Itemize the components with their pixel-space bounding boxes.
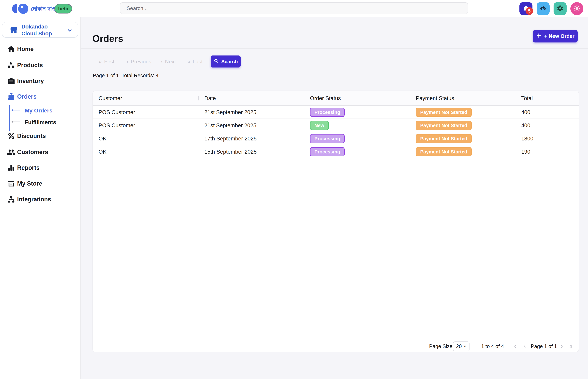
robot-icon <box>539 5 547 13</box>
sidebar-item-label: Customers <box>17 149 48 156</box>
cell-order-status: New <box>310 119 329 132</box>
chevron-left-icon: ‹ <box>127 58 128 65</box>
caret-down-icon: ▼ <box>463 345 467 348</box>
plus-icon <box>536 33 541 40</box>
cell-total: 400 <box>521 119 530 132</box>
previous-page-label: Previous <box>131 59 151 65</box>
sidebar-item-label: Integrations <box>17 196 51 203</box>
previous-page-link[interactable]: ‹ Previous <box>127 56 151 67</box>
new-order-label: + New Order <box>544 33 574 39</box>
last-page-label: Last <box>193 59 202 65</box>
first-page-icon[interactable] <box>513 340 518 352</box>
cell-total: 1300 <box>521 132 533 145</box>
next-page-icon[interactable] <box>559 340 564 352</box>
warehouse-icon <box>7 76 16 86</box>
sidebar-subitem-my-orders[interactable]: My Orders <box>0 105 80 116</box>
sidebar-item-reports[interactable]: Reports <box>0 160 80 176</box>
gear-icon <box>556 5 564 13</box>
sidebar-item-home[interactable]: Home <box>0 41 80 57</box>
sidebar-item-integrations[interactable]: Integrations <box>0 191 80 207</box>
page-title: Orders <box>92 33 123 44</box>
sidebar: Dokandao Cloud Shop Home Products <box>0 17 81 379</box>
ai-assistant-button[interactable] <box>537 2 550 15</box>
cell-date: 21st September 2025 <box>204 119 256 132</box>
sidebar-item-label: Inventory <box>17 78 44 84</box>
order-status-badge: New <box>310 121 329 130</box>
double-chevron-right-icon: » <box>187 58 190 65</box>
app-logo[interactable]: দোকান দাও <box>12 0 55 17</box>
sidebar-item-discounts[interactable]: Discounts <box>0 128 80 144</box>
table-row[interactable]: POS Customer 21st September 2025 New Pay… <box>93 119 579 132</box>
new-order-button[interactable]: + New Order <box>533 30 578 43</box>
home-icon <box>7 45 16 54</box>
search-button-label: Search <box>221 59 238 64</box>
store-selector[interactable]: Dokandao Cloud Shop <box>2 22 78 38</box>
cell-date: 17th September 2025 <box>204 132 257 145</box>
table-row[interactable]: OK 17th September 2025 Processing Paymen… <box>93 132 579 145</box>
search-button[interactable]: Search <box>211 55 241 67</box>
double-chevron-left-icon: « <box>99 58 102 65</box>
sidebar-subitem-label: Fulfillments <box>25 119 56 126</box>
payment-status-badge: Payment Not Started <box>416 147 472 157</box>
cell-payment-status: Payment Not Started <box>416 106 472 119</box>
chevron-right-icon: › <box>161 58 163 65</box>
last-page-icon[interactable] <box>568 340 573 352</box>
table-row[interactable]: OK 15th September 2025 Processing Paymen… <box>93 145 579 158</box>
column-header-date: Date <box>204 91 216 106</box>
previous-page-icon[interactable] <box>522 340 527 352</box>
chevron-down-icon <box>66 27 73 34</box>
order-status-badge: Processing <box>310 147 345 157</box>
sidebar-subitem-fulfillments[interactable]: Fulfillments <box>0 116 80 128</box>
table-footer: Page Size: 20 ▼ 1 to 4 of 4 Page 1 of 1 <box>93 340 579 352</box>
sidebar-item-my-store[interactable]: My Store <box>0 176 80 191</box>
record-range: 1 to 4 of 4 <box>481 340 504 352</box>
global-search-input[interactable] <box>120 2 468 14</box>
cell-total: 190 <box>521 145 530 158</box>
column-header-order-status: Order Status <box>310 91 341 106</box>
payment-status-badge: Payment Not Started <box>416 121 472 130</box>
sidebar-item-inventory[interactable]: Inventory <box>0 73 80 89</box>
notifications-button[interactable]: 5 <box>520 2 533 15</box>
column-header-customer: Customer <box>99 91 122 106</box>
last-page-link[interactable]: » Last <box>187 56 202 67</box>
sidebar-item-customers[interactable]: Customers <box>0 144 80 160</box>
page-info: Page 1 of 1 <box>93 73 119 79</box>
cell-order-status: Processing <box>310 145 345 158</box>
sidebar-item-products[interactable]: Products <box>0 57 80 73</box>
next-page-link[interactable]: › Next <box>161 56 176 67</box>
cell-total: 400 <box>521 106 530 119</box>
orders-table-card: Customer Date Order Status Payment Statu… <box>92 91 579 352</box>
cash-register-icon <box>7 92 16 101</box>
sidebar-item-label: My Store <box>17 180 42 187</box>
cell-payment-status: Payment Not Started <box>416 119 472 132</box>
next-page-label: Next <box>165 59 176 65</box>
sidebar-item-label: Orders <box>17 93 37 100</box>
column-header-payment-status: Payment Status <box>416 91 454 106</box>
first-page-link[interactable]: « First <box>99 56 114 67</box>
settings-button[interactable] <box>554 2 567 15</box>
sun-icon <box>573 5 581 13</box>
cell-customer: OK <box>99 132 106 145</box>
footer-page-indicator: Page 1 of 1 <box>531 340 557 352</box>
page-size-select[interactable]: 20 ▼ <box>453 341 470 351</box>
sidebar-item-orders[interactable]: Orders <box>0 89 80 105</box>
main-content: Orders + New Order « First ‹ Previous › … <box>81 17 588 379</box>
payment-status-badge: Payment Not Started <box>416 134 472 143</box>
cell-customer: POS Customer <box>99 106 135 119</box>
tree-branch-icon <box>11 108 20 113</box>
table-row[interactable]: POS Customer 21st September 2025 Process… <box>93 106 579 119</box>
sidebar-item-label: Discounts <box>17 133 46 140</box>
cell-customer: POS Customer <box>99 119 135 132</box>
top-bar: দোকান দাও beta 5 <box>0 0 588 17</box>
cell-date: 21st September 2025 <box>204 106 256 119</box>
divider <box>81 48 588 49</box>
cell-order-status: Processing <box>310 132 345 145</box>
sitemap-icon <box>7 195 16 204</box>
payment-status-badge: Payment Not Started <box>416 108 472 117</box>
store-icon <box>7 179 16 188</box>
beta-badge: beta <box>54 4 72 14</box>
cell-customer: OK <box>99 145 106 158</box>
search-icon <box>213 58 219 65</box>
total-records: Total Records: 4 <box>122 73 159 79</box>
theme-toggle-button[interactable] <box>570 2 583 15</box>
